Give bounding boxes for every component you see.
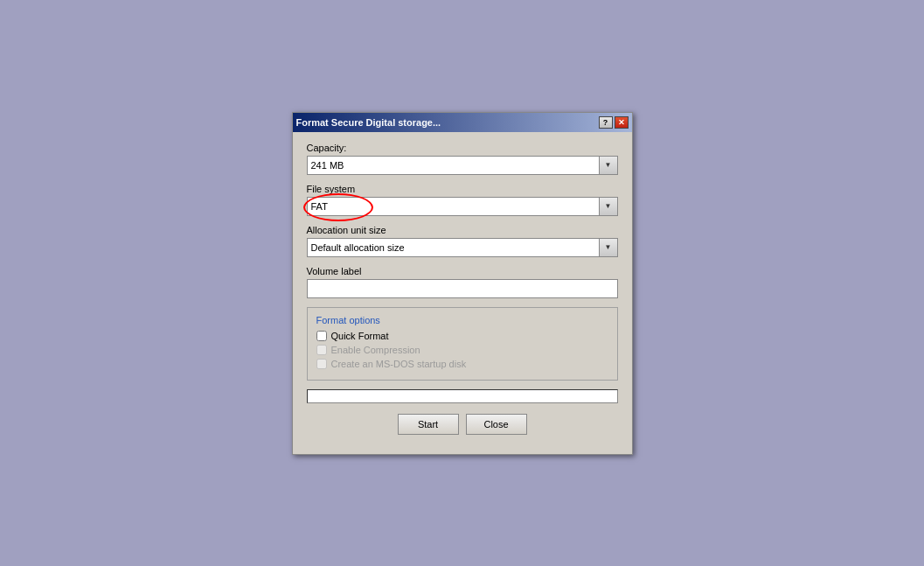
create-msdos-label: Create an MS-DOS startup disk [331, 359, 467, 369]
progress-bar-container [307, 389, 618, 403]
format-dialog: Format Secure Digital storage... ? ✕ Cap… [292, 112, 633, 455]
enable-compression-item: Enable Compression [316, 345, 608, 355]
capacity-label: Capacity: [307, 143, 618, 153]
title-close-button[interactable]: ✕ [615, 116, 629, 129]
volume-label-group: Volume label [307, 266, 618, 298]
file-system-select-wrapper: FAT [307, 197, 618, 216]
file-system-select[interactable]: FAT [307, 197, 618, 216]
enable-compression-checkbox [316, 345, 327, 355]
title-bar-icons: ? ✕ [599, 116, 629, 129]
allocation-select-wrapper: Default allocation size [307, 238, 618, 257]
dialog-title: Format Secure Digital storage... [296, 117, 441, 128]
create-msdos-item: Create an MS-DOS startup disk [316, 359, 608, 369]
quick-format-label: Quick Format [331, 331, 389, 341]
file-system-label: File system [307, 184, 618, 194]
quick-format-checkbox[interactable] [316, 331, 327, 341]
allocation-select[interactable]: Default allocation size [307, 238, 618, 257]
capacity-select-wrapper: 241 MB [307, 156, 618, 175]
file-system-group: File system FAT [307, 184, 618, 216]
capacity-group: Capacity: 241 MB [307, 143, 618, 175]
title-bar-left: Format Secure Digital storage... [296, 117, 441, 128]
create-msdos-checkbox [316, 359, 327, 369]
volume-label-label: Volume label [307, 266, 618, 276]
enable-compression-label: Enable Compression [331, 345, 420, 355]
allocation-group: Allocation unit size Default allocation … [307, 225, 618, 257]
dialog-content: Capacity: 241 MB File system FAT [293, 132, 632, 454]
quick-format-item: Quick Format [316, 331, 608, 341]
fat-select-wrapper: FAT [307, 197, 618, 216]
close-button[interactable]: Close [466, 414, 527, 435]
format-options-group: Format options Quick Format Enable Compr… [307, 307, 618, 381]
volume-label-input[interactable] [307, 279, 618, 298]
help-button[interactable]: ? [599, 116, 613, 129]
allocation-label: Allocation unit size [307, 225, 618, 235]
capacity-select[interactable]: 241 MB [307, 156, 618, 175]
button-row: Start Close [307, 414, 618, 444]
format-options-legend: Format options [316, 315, 608, 325]
start-button[interactable]: Start [398, 414, 459, 435]
title-bar: Format Secure Digital storage... ? ✕ [293, 113, 632, 132]
